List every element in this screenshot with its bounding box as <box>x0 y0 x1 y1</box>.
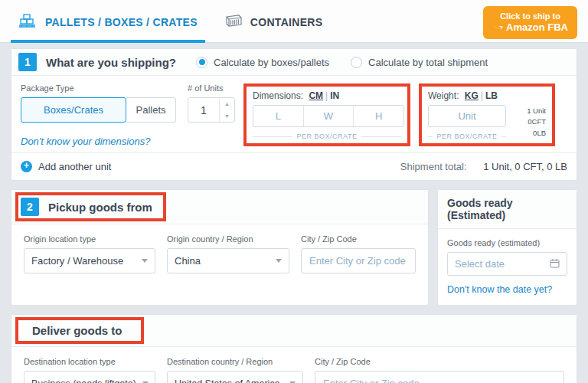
step-2-badge: 2 <box>21 198 39 216</box>
radio-calc-by-total[interactable]: Calculate by total shipment <box>351 57 488 68</box>
unit-summary-lb: 0LB <box>512 128 546 139</box>
origin-city-field: City / Zip Code <box>301 234 416 273</box>
unit-summary-units: 1 Unit <box>512 106 546 116</box>
dont-know-date-link[interactable]: Don't know the date yet? <box>447 284 552 295</box>
dimensions-unit-in[interactable]: IN <box>330 90 339 101</box>
units-label: # of Units <box>188 83 235 93</box>
weight-input[interactable] <box>428 105 506 127</box>
destination-city-input[interactable] <box>315 371 564 383</box>
length-input[interactable] <box>253 106 303 126</box>
dimensions-unit-row: Dimensions: CM|IN <box>253 90 401 101</box>
add-another-unit-link[interactable]: + Add another unit <box>21 161 111 172</box>
pallets-button[interactable]: Pallets <box>126 97 176 123</box>
goods-ready-date-picker[interactable]: Select date <box>447 252 567 276</box>
destination-location-type-value: Business (needs liftgate) <box>31 378 136 383</box>
top-tab-bar: PALLETS / BOXES / CRATES CONTAINERS Clic… <box>0 0 588 43</box>
pickup-card: 2 Pickup goods from Origin location type… <box>11 189 429 306</box>
origin-country-field: Origin country / Region China <box>167 234 289 273</box>
destination-location-type-label: Destination location type <box>24 357 155 366</box>
destination-country-value: United States of America <box>175 378 280 383</box>
goods-ready-body: Goods ready (estimated) Select date Don'… <box>438 229 577 305</box>
shipping-card: 1 What are you shipping? Calculate by bo… <box>11 48 577 181</box>
weight-input-column: PER BOX/CRATE <box>428 105 506 140</box>
shipping-title: What are you shipping? <box>46 56 176 69</box>
origin-location-type-select[interactable]: Factory / Warehouse <box>24 248 155 273</box>
dimensions-unit-cm[interactable]: CM <box>309 90 323 101</box>
origin-country-value: China <box>175 255 201 267</box>
unit-summary-cft: 0CFT <box>512 116 546 127</box>
tab-containers-label: CONTAINERS <box>250 16 323 28</box>
units-stepper-arrows: ▲ ▼ <box>219 98 234 122</box>
weight-label: Weight: <box>428 90 459 101</box>
shipping-card-body: Package Type Boxes/Crates Pallets Don't … <box>11 76 577 152</box>
goods-ready-date-placeholder: Select date <box>455 258 505 270</box>
goods-ready-card: Goods ready (Estimated) Goods ready (est… <box>437 189 577 306</box>
radio-calc-by-boxes-label: Calculate by boxes/pallets <box>214 57 329 68</box>
origin-country-select[interactable]: China <box>167 248 289 273</box>
pallet-icon <box>18 13 38 31</box>
tab-pallets-label: PALLETS / BOXES / CRATES <box>45 16 198 28</box>
height-input[interactable] <box>353 106 403 126</box>
shipping-card-footer: + Add another unit Shipment total: 1 Uni… <box>11 152 577 180</box>
destination-city-label: City / Zip Code <box>315 357 564 366</box>
tab-pallets-boxes-crates[interactable]: PALLETS / BOXES / CRATES <box>11 2 205 43</box>
dimensions-unit-separator: | <box>325 90 328 101</box>
destination-location-type-select[interactable]: Business (needs liftgate) <box>24 371 155 383</box>
pickup-title-annotation-box: 2 Pickup goods from <box>15 192 166 221</box>
amazon-fba-line2: Amazon FBA <box>506 21 568 34</box>
weight-unit-lb[interactable]: LB <box>485 90 498 101</box>
weight-unit-kg[interactable]: KG <box>465 90 479 101</box>
package-type-column: Package Type Boxes/Crates Pallets Don't … <box>21 83 179 148</box>
origin-city-input[interactable] <box>301 248 416 273</box>
origin-location-type-value: Factory / Warehouse <box>31 255 123 267</box>
package-type-toggle: Boxes/Crates Pallets <box>21 97 179 123</box>
units-decrement-icon[interactable]: ▼ <box>220 110 234 123</box>
calc-mode-radio-group: Calculate by boxes/pallets Calculate by … <box>196 57 488 68</box>
dimensions-per-box-label: PER BOX/CRATE <box>297 133 358 140</box>
radio-calc-by-boxes[interactable]: Calculate by boxes/pallets <box>196 57 329 68</box>
tab-containers[interactable]: CONTAINERS <box>216 2 331 43</box>
shipment-total: Shipment total: 1 Unit, 0 CFT, 0 LB <box>400 161 567 172</box>
amazon-arrow-icon <box>492 21 503 34</box>
dimensions-input-group <box>253 105 404 127</box>
calendar-icon <box>550 258 560 270</box>
units-increment-icon[interactable]: ▲ <box>220 98 234 110</box>
radio-unselected-icon <box>351 57 362 68</box>
container-icon <box>224 13 243 31</box>
weight-input-row: PER BOX/CRATE 1 Unit 0CFT 0LB <box>428 105 546 140</box>
boxes-crates-button[interactable]: Boxes/Crates <box>21 97 126 123</box>
destination-city-field: City / Zip Code <box>315 357 564 383</box>
destination-location-type-field: Destination location type Business (need… <box>24 357 155 383</box>
origin-location-type-label: Origin location type <box>24 234 155 244</box>
dimensions-annotation-box: Dimensions: CM|IN PER BOX/CRATE <box>243 83 410 146</box>
units-value[interactable]: 1 <box>188 98 219 122</box>
destination-country-select[interactable]: United States of America <box>167 371 303 383</box>
deliver-card-header: Deliver goods to <box>11 315 577 347</box>
deliver-title: Deliver goods to <box>32 324 122 337</box>
weight-per-box-label: PER BOX/CRATE <box>437 133 498 140</box>
shipment-total-value: 1 Unit, 0 CFT, 0 LB <box>483 161 567 172</box>
row-pickup-goods-ready: 2 Pickup goods from Origin location type… <box>11 189 577 314</box>
shipment-total-label: Shipment total: <box>400 161 467 172</box>
radio-calc-by-total-label: Calculate by total shipment <box>368 57 488 68</box>
origin-location-type-field: Origin location type Factory / Warehouse <box>24 234 155 273</box>
origin-city-label: City / Zip Code <box>301 234 416 244</box>
dimensions-label: Dimensions: <box>253 90 303 101</box>
plus-icon: + <box>21 161 32 172</box>
shipping-card-header: 1 What are you shipping? Calculate by bo… <box>11 49 577 76</box>
pickup-form-row: Origin location type Factory / Warehouse… <box>11 224 428 286</box>
radio-selected-icon <box>196 57 207 68</box>
weight-annotation-box: Weight: KG|LB PER BOX/CRATE 1 Unit <box>419 83 555 146</box>
chevron-down-icon <box>276 259 282 263</box>
dont-know-dimensions-link[interactable]: Don't know your dimensions? <box>21 136 150 147</box>
units-stepper[interactable]: 1 ▲ ▼ <box>188 97 235 123</box>
chevron-down-icon <box>142 259 148 263</box>
pickup-title: Pickup goods from <box>48 201 152 214</box>
goods-ready-label: Goods ready (estimated) <box>447 238 567 247</box>
unit-summary: 1 Unit 0CFT 0LB <box>512 105 546 140</box>
width-input[interactable] <box>303 106 354 126</box>
dimensions-per-box-row: PER BOX/CRATE <box>253 133 401 140</box>
package-type-label: Package Type <box>21 83 179 93</box>
goods-ready-header: Goods ready (Estimated) <box>438 190 577 229</box>
amazon-fba-button[interactable]: Click to ship to Amazon FBA <box>483 6 577 39</box>
